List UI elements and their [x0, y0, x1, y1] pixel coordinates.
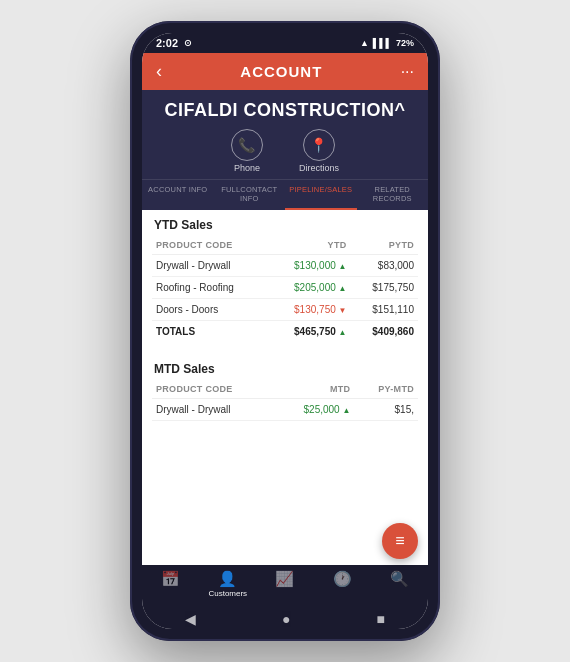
row3-ytd: $130,750 ▼: [268, 299, 350, 321]
status-time: 2:02: [156, 37, 178, 49]
navigation-icon: ⊙: [184, 38, 192, 48]
calendar-icon: 📅: [161, 570, 180, 588]
ytd-totals-row: TOTALS $465,750 ▲ $409,860: [152, 321, 418, 343]
row2-ytd: $205,000 ▲: [268, 277, 350, 299]
phone-icon: 📞: [231, 129, 263, 161]
phone-frame: 2:02 ⊙ ▲ ▌▌▌ 72% ‹ ACCOUNT ··· CIFALDI C…: [130, 21, 440, 641]
table-row: Drywall - Drywall $25,000 ▲ $15,: [152, 399, 418, 421]
tab-fullcontact-info[interactable]: FULLCONTACT INFO: [214, 180, 286, 210]
battery-indicator: 72%: [396, 38, 414, 48]
table-row: Roofing - Roofing $205,000 ▲ $175,750: [152, 277, 418, 299]
totals-ytd: $465,750 ▲: [268, 321, 350, 343]
row1-product: Drywall - Drywall: [152, 255, 268, 277]
directions-icon: 📍: [303, 129, 335, 161]
mtd-table-wrapper: PRODUCT CODE MTD PY-MTD Drywall - Drywal…: [142, 380, 428, 427]
mtd-section-header: MTD Sales: [142, 354, 428, 380]
phone-label: Phone: [234, 163, 260, 173]
mtd-col-product: PRODUCT CODE: [152, 380, 275, 399]
row3-product: Doors - Doors: [152, 299, 268, 321]
company-name: CIFALDI CONSTRUCTION^: [152, 100, 418, 121]
tab-account-info[interactable]: ACCOUNT INFO: [142, 180, 214, 210]
ytd-col-ytd: YTD: [268, 236, 350, 255]
phone-nav-bar: ◀ ● ■: [142, 605, 428, 629]
row1-pytd: $83,000: [350, 255, 418, 277]
mtd-col-pymtd: PY-MTD: [354, 380, 418, 399]
wifi-icon: ▲: [360, 38, 369, 48]
home-nav-button[interactable]: ●: [282, 611, 290, 627]
row2-product: Roofing - Roofing: [152, 277, 268, 299]
status-bar: 2:02 ⊙ ▲ ▌▌▌ 72%: [142, 33, 428, 53]
nav-search[interactable]: 🔍: [377, 570, 421, 598]
customers-icon: 👤: [218, 570, 237, 588]
table-row: Drywall - Drywall $130,000 ▲ $83,000: [152, 255, 418, 277]
tab-related-records[interactable]: RELATED RECORDS: [357, 180, 429, 210]
arrow-up-icon: ▲: [342, 406, 350, 415]
nav-customers[interactable]: 👤 Customers: [206, 570, 250, 598]
row1-ytd: $130,000 ▲: [268, 255, 350, 277]
history-icon: 🕐: [333, 570, 352, 588]
content-area: YTD Sales PRODUCT CODE YTD PYTD Drywall …: [142, 210, 428, 565]
tab-pipeline-sales[interactable]: PIPELINE/SALES: [285, 180, 357, 210]
back-nav-button[interactable]: ◀: [185, 611, 196, 627]
fab-button[interactable]: ≡: [382, 523, 418, 559]
nav-analytics[interactable]: 📈: [263, 570, 307, 598]
bottom-nav: 📅 👤 Customers 📈 🕐 🔍: [142, 565, 428, 605]
directions-action[interactable]: 📍 Directions: [299, 129, 339, 173]
mtd-row1-mtd: $25,000 ▲: [275, 399, 355, 421]
totals-pytd: $409,860: [350, 321, 418, 343]
ytd-col-product: PRODUCT CODE: [152, 236, 268, 255]
back-button[interactable]: ‹: [156, 61, 162, 82]
mtd-sales-table: PRODUCT CODE MTD PY-MTD Drywall - Drywal…: [152, 380, 418, 421]
signal-icon: ▌▌▌: [373, 38, 392, 48]
phone-action[interactable]: 📞 Phone: [231, 129, 263, 173]
page-title: ACCOUNT: [240, 63, 322, 80]
row3-pytd: $151,110: [350, 299, 418, 321]
row2-pytd: $175,750: [350, 277, 418, 299]
company-actions: 📞 Phone 📍 Directions: [152, 129, 418, 173]
nav-history[interactable]: 🕐: [320, 570, 364, 598]
mtd-row1-pymtd: $15,: [354, 399, 418, 421]
arrow-up-icon: ▲: [339, 262, 347, 271]
arrow-up-icon: ▲: [339, 284, 347, 293]
mtd-row1-product: Drywall - Drywall: [152, 399, 275, 421]
totals-label: TOTALS: [152, 321, 268, 343]
ytd-col-pytd: PYTD: [350, 236, 418, 255]
search-icon: 🔍: [390, 570, 409, 588]
ytd-section-header: YTD Sales: [142, 210, 428, 236]
status-left: 2:02 ⊙: [156, 37, 192, 49]
fab-icon: ≡: [395, 532, 404, 550]
recent-nav-button[interactable]: ■: [377, 611, 385, 627]
ytd-table-wrapper: PRODUCT CODE YTD PYTD Drywall - Drywall …: [142, 236, 428, 348]
nav-tabs: ACCOUNT INFO FULLCONTACT INFO PIPELINE/S…: [142, 179, 428, 210]
arrow-down-icon: ▼: [339, 306, 347, 315]
company-section: CIFALDI CONSTRUCTION^ 📞 Phone 📍 Directio…: [142, 90, 428, 179]
more-options-button[interactable]: ···: [401, 63, 414, 81]
arrow-up-icon: ▲: [339, 328, 347, 337]
mtd-col-mtd: MTD: [275, 380, 355, 399]
table-row: Doors - Doors $130,750 ▼ $151,110: [152, 299, 418, 321]
status-right: ▲ ▌▌▌ 72%: [360, 38, 414, 48]
ytd-sales-table: PRODUCT CODE YTD PYTD Drywall - Drywall …: [152, 236, 418, 342]
analytics-icon: 📈: [275, 570, 294, 588]
nav-customers-label: Customers: [208, 589, 247, 598]
directions-label: Directions: [299, 163, 339, 173]
app-header: ‹ ACCOUNT ···: [142, 53, 428, 90]
nav-calendar[interactable]: 📅: [149, 570, 193, 598]
